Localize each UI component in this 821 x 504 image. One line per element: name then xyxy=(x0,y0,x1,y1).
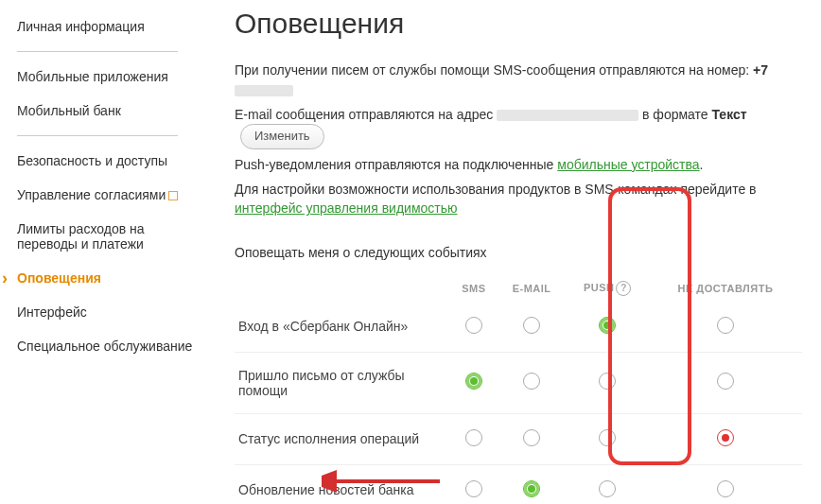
devices-link[interactable]: мобильные устройства xyxy=(557,157,699,172)
help-icon[interactable]: ? xyxy=(616,281,631,296)
phone-prefix: +7 xyxy=(753,62,768,78)
divider xyxy=(17,51,178,52)
redacted-email xyxy=(497,110,638,121)
sidebar-item-notifications[interactable]: Оповещения xyxy=(17,261,206,295)
radio-status-email[interactable] xyxy=(523,429,540,446)
radio-support-none[interactable] xyxy=(717,373,734,390)
radio-support-sms[interactable] xyxy=(465,373,482,390)
sidebar-item-security[interactable]: Безопасность и доступы xyxy=(17,144,206,178)
sidebar-item-interface[interactable]: Интерфейс xyxy=(17,295,206,329)
radio-status-sms[interactable] xyxy=(465,429,482,446)
visibility-link[interactable]: интерфейс управления видимостью xyxy=(235,200,458,216)
row-support-label: Пришло письмо от службы помощи xyxy=(235,352,450,413)
badge-icon xyxy=(168,191,178,200)
col-push: PUSH? xyxy=(567,275,649,302)
col-sms: SMS xyxy=(450,275,498,302)
sidebar-item-apps[interactable]: Мобильные приложения xyxy=(17,60,206,94)
radio-status-none[interactable] xyxy=(717,429,734,446)
radio-news-sms[interactable] xyxy=(465,480,482,497)
sidebar-item-mobile-bank[interactable]: Мобильный банк xyxy=(17,94,206,128)
redacted-phone xyxy=(235,85,293,96)
main-content: Оповещения При получении писем от службы… xyxy=(206,0,821,504)
radio-login-push[interactable] xyxy=(599,317,616,334)
radio-login-sms[interactable] xyxy=(465,317,482,334)
notifications-table: SMS E-MAIL PUSH? НЕ ДОСТАВЛЯТЬ Вход в «С… xyxy=(235,275,802,504)
row-status-label: Статус исполнения операций xyxy=(235,413,450,464)
sidebar-item-consents[interactable]: Управление согласиями xyxy=(17,178,206,212)
radio-news-push[interactable] xyxy=(599,480,616,497)
change-button[interactable]: Изменить xyxy=(240,124,324,149)
row-login-label: Вход в «Сбербанк Онлайн» xyxy=(235,302,450,353)
sidebar-item-limits[interactable]: Лимиты расходов на переводы и платежи xyxy=(17,212,206,261)
col-email: E-MAIL xyxy=(498,275,567,302)
radio-login-email[interactable] xyxy=(523,317,540,334)
sidebar: Личная информация Мобильные приложения М… xyxy=(0,0,206,504)
radio-news-email[interactable] xyxy=(523,480,540,497)
format-label: Текст xyxy=(711,107,746,122)
radio-login-none[interactable] xyxy=(717,317,734,334)
radio-status-push[interactable] xyxy=(599,429,616,446)
page-title: Оповещения xyxy=(235,8,802,40)
sidebar-item-personal[interactable]: Личная информация xyxy=(17,9,206,43)
info-block: При получении писем от службы помощи SMS… xyxy=(235,61,802,218)
sidebar-item-special[interactable]: Специальное обслуживание xyxy=(17,329,206,363)
row-news-label: Обновление новостей банка xyxy=(235,464,450,504)
divider xyxy=(17,135,178,136)
radio-news-none[interactable] xyxy=(717,480,734,497)
radio-support-email[interactable] xyxy=(523,373,540,390)
col-none: НЕ ДОСТАВЛЯТЬ xyxy=(649,275,802,302)
radio-support-push[interactable] xyxy=(599,373,616,390)
section-title: Оповещать меня о следующих событиях xyxy=(235,245,802,260)
